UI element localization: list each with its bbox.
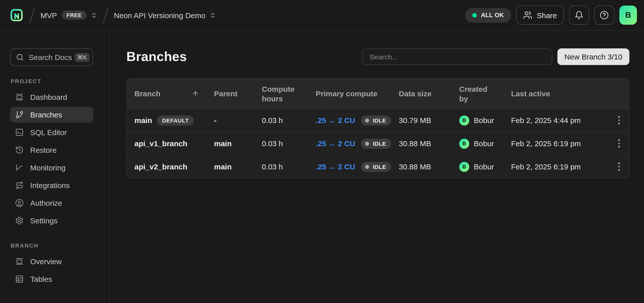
new-branch-button[interactable]: New Branch 3/10 (557, 48, 629, 65)
branch-name: api_v2_branch (134, 162, 187, 171)
chevrons-up-down-icon (209, 12, 216, 18)
table-header-row: Branch Parent Compute hours Primary comp… (127, 79, 629, 109)
breadcrumb-slash (102, 7, 109, 23)
creator-name: Bobur (474, 162, 494, 171)
idle-dot-icon (365, 165, 369, 169)
creator-avatar: B (459, 115, 469, 125)
dashboard-icon (15, 93, 24, 101)
compute-hours: 0.03 h (262, 162, 283, 171)
topbar: MVP FREE Neon API Versioning Demo ALL OK (0, 0, 644, 31)
main-content: Branches New Branch 3/10 Branch Parent C… (110, 31, 644, 303)
parent-branch: - (214, 116, 217, 125)
sidebar-item-integrations[interactable]: Integrations (10, 177, 93, 193)
page-title: Branches (126, 49, 187, 65)
column-header-data-size: Data size (399, 89, 459, 98)
org-switcher[interactable]: MVP FREE (41, 11, 97, 20)
table-row[interactable]: api_v2_branch main 0.03 h .25 ↔ 2 CU IDL… (127, 155, 629, 178)
column-header-branch[interactable]: Branch (134, 89, 214, 98)
compute-state-badge: IDLE (361, 162, 391, 172)
compute-state-badge: IDLE (361, 115, 391, 125)
sidebar-item-authorize[interactable]: Authorize (10, 195, 93, 211)
sidebar-item-branches[interactable]: Branches (10, 107, 93, 123)
branch-name: main (134, 116, 152, 125)
gear-icon (15, 216, 24, 225)
notifications-button[interactable] (569, 6, 589, 25)
idle-dot-icon (365, 118, 369, 122)
last-active: Feb 2, 2025 6:19 pm (511, 162, 581, 171)
share-label: Share (537, 11, 557, 19)
status-badge[interactable]: ALL OK (465, 8, 511, 22)
user-avatar[interactable]: B (619, 6, 637, 25)
users-icon (523, 11, 532, 20)
creator-name: Bobur (474, 139, 494, 148)
creator-avatar: B (459, 138, 469, 148)
sidebar-item-tables[interactable]: Tables (10, 271, 93, 287)
sidebar-item-sql-editor[interactable]: SQL Editor (10, 125, 93, 140)
sidebar-item-dashboard[interactable]: Dashboard (10, 89, 93, 105)
search-icon (16, 53, 24, 61)
last-active: Feb 2, 2025 4:44 pm (511, 116, 581, 125)
branch-search-input[interactable] (362, 48, 552, 65)
plan-badge: FREE (62, 11, 86, 20)
section-label-branch: BRANCH (11, 243, 93, 249)
table-row[interactable]: api_v1_branch main 0.03 h .25 ↔ 2 CU IDL… (127, 132, 629, 155)
neon-logo[interactable] (10, 8, 24, 22)
search-docs-label: Search Docs (29, 53, 72, 62)
share-button[interactable]: Share (516, 6, 564, 25)
page-header: Branches New Branch 3/10 (126, 48, 629, 65)
idle-dot-icon (365, 141, 369, 145)
table-row[interactable]: main DEFAULT - 0.03 h .25 ↔ 2 CU IDLE 30… (127, 109, 629, 132)
search-docs-button[interactable]: Search Docs ⌘K (10, 48, 93, 66)
status-dot-icon (472, 13, 477, 17)
sidebar-item-overview[interactable]: Overview (10, 254, 93, 269)
column-header-last-active: Last active (511, 89, 608, 98)
sidebar: Search Docs ⌘K PROJECT Dashboard Branche… (0, 31, 110, 303)
sidebar-item-restore[interactable]: Restore (10, 142, 93, 158)
section-label-project: PROJECT (11, 78, 93, 84)
column-header-created-by: Created by (459, 84, 511, 103)
breadcrumb-slash (29, 7, 35, 23)
data-size: 30.88 MB (399, 162, 431, 171)
creator-avatar: B (459, 162, 469, 172)
row-menu-button[interactable] (616, 137, 622, 150)
compute-hours: 0.03 h (262, 139, 283, 148)
sidebar-item-settings[interactable]: Settings (10, 213, 93, 228)
column-header-parent: Parent (214, 89, 262, 98)
last-active: Feb 2, 2025 6:19 pm (511, 139, 581, 148)
row-menu-button[interactable] (616, 161, 622, 173)
window-icon (15, 257, 24, 266)
column-header-primary-compute: Primary compute (316, 89, 399, 98)
terminal-icon (15, 128, 24, 137)
help-button[interactable] (594, 6, 614, 25)
primary-compute-value: .25 ↔ 2 CU (316, 162, 355, 171)
status-label: ALL OK (481, 12, 504, 19)
compute-hours: 0.03 h (262, 116, 283, 125)
route-icon (15, 181, 24, 190)
data-size: 30.88 MB (399, 139, 431, 148)
column-header-compute-hours: Compute hours (262, 84, 316, 103)
row-menu-button[interactable] (616, 114, 622, 127)
branches-table: Branch Parent Compute hours Primary comp… (126, 78, 629, 178)
primary-compute-value: .25 ↔ 2 CU (316, 139, 355, 148)
default-badge: DEFAULT (157, 115, 194, 125)
org-name: MVP (41, 11, 57, 19)
chevrons-up-down-icon (90, 12, 97, 18)
primary-compute-value: .25 ↔ 2 CU (316, 116, 355, 125)
topbar-actions: ALL OK Share B (465, 6, 637, 25)
data-size: 30.79 MB (399, 116, 431, 125)
project-name: Neon API Versioning Demo (114, 11, 205, 19)
branch-name: api_v1_branch (134, 139, 187, 148)
sidebar-item-monitoring[interactable]: Monitoring (10, 160, 93, 175)
chart-spline-icon (15, 163, 24, 172)
project-switcher[interactable]: Neon API Versioning Demo (114, 11, 216, 19)
creator-name: Bobur (474, 116, 494, 125)
parent-branch: main (214, 162, 232, 171)
compute-state-badge: IDLE (361, 138, 391, 148)
parent-branch: main (214, 139, 232, 148)
keyboard-shortcut: ⌘K (75, 53, 90, 62)
history-icon (15, 146, 24, 154)
bell-icon (575, 11, 584, 20)
sort-arrow-up-icon (192, 90, 199, 97)
app-root: MVP FREE Neon API Versioning Demo ALL OK (0, 0, 644, 303)
git-branch-icon (15, 110, 24, 119)
